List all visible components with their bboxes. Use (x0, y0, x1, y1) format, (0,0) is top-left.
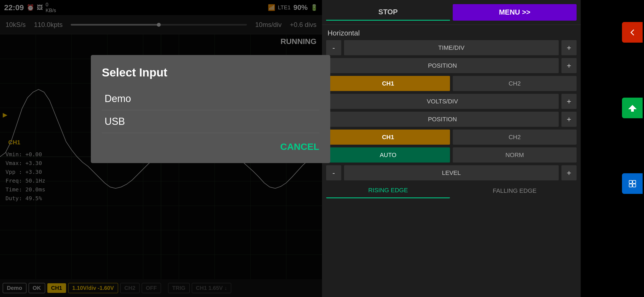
level-minus-button[interactable]: - (326, 165, 341, 180)
modal-dialog: Select Input Demo USB CANCEL (91, 55, 330, 163)
modal-option-demo[interactable]: Demo (102, 87, 319, 110)
level-plus-button[interactable]: + (561, 165, 577, 180)
ch-position-row: POSITION + (322, 112, 581, 127)
volts-div-plus-button[interactable]: + (561, 94, 577, 109)
chevron-left-icon (628, 28, 637, 37)
svg-rect-24 (629, 184, 632, 187)
volts-div-row: VOLTS/DIV + (322, 94, 581, 109)
time-div-plus-button[interactable]: + (561, 40, 577, 55)
svg-rect-23 (633, 180, 636, 183)
svg-rect-21 (631, 109, 634, 112)
svg-marker-20 (629, 105, 636, 109)
level-row: - LEVEL + (322, 165, 581, 180)
svg-rect-22 (629, 180, 632, 183)
time-div-row: - TIME/DIV + (322, 40, 581, 55)
edge-row: RISING EDGE FALLING EDGE (322, 183, 581, 198)
position-label-button[interactable]: POSITION (326, 58, 559, 73)
auto-norm-row: AUTO NORM (322, 147, 581, 163)
menu-button[interactable]: MENU >> (453, 4, 577, 21)
level-label-button[interactable]: LEVEL (344, 165, 559, 180)
norm-button[interactable]: NORM (453, 147, 577, 163)
stop-button[interactable]: STOP (326, 4, 450, 21)
ch-position-label-button[interactable]: POSITION (326, 112, 559, 127)
position-row: POSITION + (322, 58, 581, 73)
volts-div-label-button[interactable]: VOLTS/DIV (326, 94, 559, 109)
window-icon (628, 180, 637, 188)
ch2-select-button-2[interactable]: CH2 (453, 130, 577, 145)
modal-option-usb[interactable]: USB (102, 110, 319, 133)
ch-select-row: CH1 CH2 (322, 76, 581, 91)
ch-select-row-2: CH1 CH2 (322, 130, 581, 145)
svg-rect-25 (633, 184, 636, 187)
ch2-select-button[interactable]: CH2 (453, 76, 577, 91)
ch1-select-button[interactable]: CH1 (326, 76, 450, 91)
modal-cancel-button[interactable]: CANCEL (280, 141, 319, 152)
modal-footer: CANCEL (102, 141, 319, 152)
position-plus-button[interactable]: + (561, 58, 577, 73)
time-div-label-button[interactable]: TIME/DIV (344, 40, 559, 55)
auto-button[interactable]: AUTO (326, 147, 450, 163)
back-button[interactable] (622, 22, 643, 43)
time-div-minus-button[interactable]: - (326, 40, 341, 55)
falling-edge-button[interactable]: FALLING EDGE (453, 183, 577, 198)
right-panel: STOP MENU >> Horizontal - TIME/DIV + POS… (322, 0, 581, 297)
horizontal-section-title: Horizontal (322, 25, 581, 40)
ch-position-plus-button[interactable]: + (561, 112, 577, 127)
modal-title: Select Input (102, 66, 319, 79)
home-icon (628, 104, 637, 112)
rising-edge-button[interactable]: RISING EDGE (326, 183, 450, 198)
home-button[interactable] (622, 98, 643, 118)
side-buttons-container (622, 22, 644, 194)
right-top-bar: STOP MENU >> (322, 0, 581, 25)
ch1-select-button-2[interactable]: CH1 (326, 130, 450, 145)
window-button[interactable] (622, 173, 643, 194)
